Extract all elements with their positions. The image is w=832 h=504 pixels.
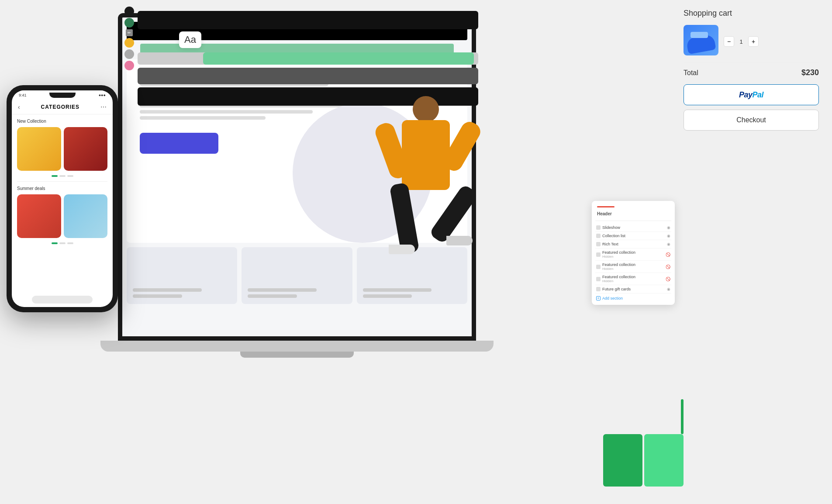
total-label: Total <box>684 69 698 77</box>
dot-3 <box>67 175 73 177</box>
color-palette-tool: ✏ <box>124 7 134 70</box>
font-indicator[interactable]: Aa <box>179 31 201 48</box>
shopify-red-bar <box>597 206 615 207</box>
dot-2 <box>59 175 66 177</box>
phone-menu-icon[interactable]: ⋯ <box>100 104 107 110</box>
phone-signal: ●●● <box>99 93 106 97</box>
shopify-header-label: Header <box>597 211 612 216</box>
person-right-shoe <box>446 236 473 245</box>
shopify-header-row: Header <box>595 204 671 221</box>
jumping-person <box>376 96 476 314</box>
qty-minus-button[interactable]: − <box>724 36 734 47</box>
phone-status-bar: 9:41 ●●● <box>12 90 113 100</box>
back-icon[interactable]: ‹ <box>18 104 20 110</box>
rich-text-icon <box>596 242 601 246</box>
featured-3-eye-icon[interactable]: 🚫 <box>666 277 670 281</box>
gift-cards-label: Future gift cards <box>602 287 631 291</box>
product-card-blue[interactable] <box>64 194 108 238</box>
person-left-leg <box>389 183 419 255</box>
palette-color-yellow[interactable] <box>124 38 134 48</box>
collection-list-label: Collection list <box>602 234 625 238</box>
featured-2-label: Featured collection <box>602 262 635 267</box>
featured-2-eye-icon[interactable]: 🚫 <box>666 265 670 269</box>
featured-1-eye-icon[interactable]: 🚫 <box>666 252 670 257</box>
featured-1-label: Featured collection <box>602 250 635 255</box>
laptop-base <box>100 341 494 352</box>
cart-total-row: Total $230 <box>684 68 819 77</box>
slideshow-eye-icon[interactable]: ◉ <box>667 225 670 230</box>
person-left-shoe <box>389 245 415 254</box>
design-bar-green <box>203 52 474 65</box>
palette-color-black[interactable] <box>124 7 134 16</box>
pencil-icon[interactable]: ✏ <box>126 29 133 36</box>
summer-deals-label: Summer deals <box>17 186 107 191</box>
collection-list-icon <box>596 234 601 238</box>
person-right-leg <box>429 184 479 245</box>
new-collection-grid <box>17 127 107 171</box>
checkout-label: Checkout <box>736 116 766 124</box>
green-strip <box>681 399 684 434</box>
person-torso <box>402 120 450 190</box>
font-label: Aa <box>184 34 196 45</box>
product-card-red[interactable] <box>64 127 108 171</box>
summer-deals-dots <box>17 242 107 244</box>
qty-controls: − 1 + <box>724 36 759 47</box>
shopify-item-featured-3: Featured collection Hidden 🚫 <box>595 273 671 285</box>
new-collection-dots <box>17 175 107 177</box>
design-bar-dark <box>138 68 478 84</box>
hero-text-3 <box>140 116 266 120</box>
shopify-item-featured-2: Featured collection Hidden 🚫 <box>595 261 671 273</box>
hero-text-2 <box>140 110 313 114</box>
palette-color-pink[interactable] <box>124 61 134 70</box>
paypal-button[interactable]: PayPal <box>684 84 819 105</box>
featured-2-icon <box>596 265 601 269</box>
green-block-dark <box>603 434 642 487</box>
slideshow-label: Slideshow <box>602 225 620 230</box>
cart-shoe-image <box>684 25 718 55</box>
palette-color-green[interactable] <box>124 18 134 28</box>
dot-s-2 <box>59 242 66 244</box>
rich-text-eye-icon[interactable]: ◉ <box>667 242 670 246</box>
shopping-cart-panel: Shopping cart − 1 + Total $230 PayPal Ch… <box>684 9 819 131</box>
rich-text-label: Rich Text <box>602 242 618 246</box>
qty-value: 1 <box>737 38 746 45</box>
design-bar-top <box>138 11 478 29</box>
featured-3-hidden: Hidden <box>602 279 635 283</box>
dot-s-3 <box>67 242 73 244</box>
cart-divider <box>684 62 819 63</box>
laptop-cta-button[interactable] <box>140 133 218 154</box>
shopify-sidebar-panel: Header Slideshow ◉ Collection list ◉ Ric… <box>592 201 675 305</box>
laptop-card-2 <box>242 247 352 304</box>
product-card-yellow[interactable] <box>17 127 61 171</box>
paypal-logo: PayPal <box>739 90 763 100</box>
shopify-item-slideshow: Slideshow ◉ <box>595 224 671 232</box>
person-head <box>413 96 439 122</box>
featured-1-icon <box>596 252 601 257</box>
palette-color-gray[interactable] <box>124 49 134 59</box>
green-block-light <box>644 434 684 487</box>
featured-3-label: Featured collection <box>602 275 635 279</box>
add-section-button[interactable]: + Add section <box>595 293 671 301</box>
phone-time: 9:41 <box>19 93 27 97</box>
featured-3-icon <box>596 277 601 281</box>
gift-cards-eye-icon[interactable]: ◉ <box>667 287 670 291</box>
product-card-floral[interactable] <box>17 194 61 238</box>
add-section-plus-icon: + <box>596 296 601 300</box>
phone-mockup: 9:41 ●●● ‹ CATEGORIES ⋯ New Collection <box>7 85 118 312</box>
total-amount: $230 <box>801 68 819 77</box>
gift-cards-icon <box>596 287 601 291</box>
collection-eye-icon[interactable]: ◉ <box>667 234 670 238</box>
divider-1 <box>17 181 107 182</box>
shopify-item-featured-1: Featured collection Hidden 🚫 <box>595 249 671 261</box>
dot-s-active <box>52 242 58 244</box>
cart-item: − 1 + <box>684 25 819 55</box>
featured-2-hidden: Hidden <box>602 267 635 271</box>
qty-plus-button[interactable]: + <box>748 36 759 47</box>
add-section-label: Add section <box>602 296 623 300</box>
summer-deals-grid <box>17 194 107 238</box>
phone-bottom-bar <box>32 296 93 304</box>
featured-1-hidden: Hidden <box>602 255 635 259</box>
checkout-button[interactable]: Checkout <box>684 110 819 131</box>
phone-body: New Collection Summer deals <box>12 114 113 292</box>
slideshow-icon <box>596 225 601 230</box>
